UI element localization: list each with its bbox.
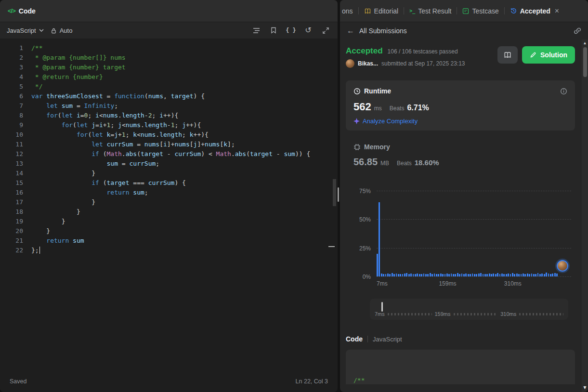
status-badge: Accepted: [346, 46, 383, 56]
editor-statusbar: Saved Ln 22, Col 3: [0, 371, 338, 392]
chart-bars[interactable]: [377, 191, 571, 276]
back-arrow-icon[interactable]: ←: [347, 26, 354, 35]
scrollbar-down-arrow[interactable]: ▼: [582, 385, 588, 391]
runtime-unit: ms: [374, 105, 382, 112]
results-scrollbar[interactable]: ▲ ▼: [582, 39, 588, 392]
editor-gutter: 12345678910111213141516171819202122: [0, 43, 23, 255]
tab-separator: [504, 7, 505, 14]
y-axis-tick: 75%: [349, 188, 371, 195]
chart-x-axis: 7ms 159ms 310ms: [377, 280, 571, 288]
editor-toolbar: JavaScript Auto { } ↺: [0, 22, 338, 39]
clock-icon: [353, 88, 361, 95]
runtime-distribution-chart: 75% 50% 25% 0% 7ms 159ms 310ms: [346, 191, 575, 288]
slider-dashes: [519, 313, 563, 315]
tab-testcase[interactable]: Testcase: [462, 7, 498, 15]
tab-separator: [358, 7, 359, 14]
auto-label: Auto: [60, 27, 73, 34]
runtime-title: Runtime: [364, 87, 391, 95]
cursor-position[interactable]: Ln 22, Col 3: [296, 378, 328, 385]
slider-label: 159ms: [435, 311, 451, 317]
panel-resize-handle[interactable]: [338, 187, 339, 202]
slider-dashes: [388, 313, 432, 315]
share-link-icon[interactable]: [574, 27, 581, 35]
memory-beats-value: 18.60%: [415, 158, 439, 167]
auto-format-toggle[interactable]: Auto: [51, 27, 73, 34]
open-book-icon: [503, 51, 512, 59]
scrollbar-up-arrow[interactable]: ▲: [582, 40, 588, 46]
braces-icon[interactable]: { }: [286, 25, 296, 36]
editor-tab-label: Code: [19, 7, 36, 15]
solutions-book-button[interactable]: [497, 46, 518, 64]
tab-label: Testcase: [472, 7, 498, 15]
submitted-timestamp: submitted at Sep 17, 2025 23:13: [381, 60, 465, 67]
tab-editorial[interactable]: Editorial: [364, 7, 399, 15]
memory-beats-label: Beats: [397, 160, 412, 167]
x-axis-tick: 159ms: [439, 280, 456, 287]
reset-code-icon[interactable]: ↺: [303, 25, 314, 36]
user-avatar[interactable]: [346, 59, 354, 68]
editor-code[interactable]: /** * @param {number[]} nums * @param {n…: [31, 43, 331, 255]
submissions-subnav: ← All Submissions: [340, 22, 588, 39]
submission-result-panel: ons Editorial >_ Test Result Testcase Ac…: [340, 0, 588, 392]
tab-separator: [404, 7, 404, 14]
user-name[interactable]: Bikas...: [358, 60, 378, 67]
scrollbar-thumb[interactable]: [583, 47, 587, 77]
bookmark-icon[interactable]: [268, 25, 279, 36]
book-icon: [364, 8, 371, 14]
runtime-card[interactable]: Runtime 562 ms Beats 6.71% Analyze Compl…: [346, 80, 575, 131]
info-icon[interactable]: [560, 88, 567, 95]
tab-label: Test Result: [418, 7, 451, 15]
tab-separator: [457, 7, 457, 14]
editor-tab-bar: </> Code: [0, 0, 338, 22]
memory-title: Memory: [364, 143, 390, 151]
history-clock-icon: [510, 7, 517, 14]
editor-vertical-scrollbar[interactable]: [333, 179, 336, 206]
format-code-icon[interactable]: [251, 25, 261, 36]
tab-label: Accepted: [520, 7, 550, 15]
language-label: JavaScript: [7, 27, 36, 34]
chevron-down-icon: [39, 29, 44, 32]
runtime-beats-value: 6.71%: [407, 104, 429, 112]
solution-button-label: Solution: [540, 51, 567, 59]
terminal-icon: >_: [409, 8, 415, 13]
code-preview-lines: /** * @param {number[]} nums: [353, 376, 567, 384]
user-runtime-marker[interactable]: [557, 260, 568, 272]
runtime-beats-label: Beats: [390, 105, 405, 112]
close-icon[interactable]: ×: [555, 7, 559, 15]
all-submissions-link[interactable]: All Submissions: [359, 27, 407, 35]
save-status: Saved: [10, 378, 26, 385]
language-selector[interactable]: JavaScript: [7, 27, 44, 34]
expand-icon[interactable]: [320, 25, 331, 36]
memory-chip-icon: [353, 144, 361, 151]
runtime-range-slider[interactable]: 7ms 159ms 310ms: [370, 299, 568, 320]
lock-icon: [51, 27, 57, 34]
analyze-complexity-label: Analyze Complexity: [363, 118, 418, 125]
results-content: Accepted 106 / 106 testcases passed Bika…: [340, 39, 588, 384]
slider-label: 7ms: [375, 311, 385, 317]
sparkle-icon: [353, 118, 360, 124]
memory-unit: MB: [380, 160, 389, 167]
y-axis-tick: 0%: [349, 274, 371, 280]
solution-button[interactable]: Solution: [522, 46, 575, 64]
slider-label: 310ms: [500, 311, 516, 317]
chart-gridline: 0%: [377, 276, 571, 277]
slider-dashes: [454, 313, 498, 315]
tab-test-result[interactable]: >_ Test Result: [409, 7, 451, 15]
tab-label: Editorial: [374, 7, 399, 15]
code-editor[interactable]: 12345678910111213141516171819202122 /** …: [0, 39, 338, 371]
y-axis-tick: 25%: [349, 245, 371, 252]
submitted-code-preview[interactable]: /** * @param {number[]} nums: [346, 350, 575, 384]
analyze-complexity-link[interactable]: Analyze Complexity: [353, 118, 567, 125]
edit-pencil-icon: [530, 52, 536, 58]
result-header: Accepted 106 / 106 testcases passed Bika…: [346, 46, 575, 68]
tab-accepted[interactable]: Accepted: [510, 7, 550, 15]
y-axis-tick: 50%: [349, 216, 371, 223]
slider-handle[interactable]: [381, 302, 383, 312]
tab-code[interactable]: </> Code: [8, 7, 36, 15]
memory-card[interactable]: Memory 56.85 MB Beats 18.60%: [346, 142, 575, 169]
checklist-icon: [462, 8, 469, 14]
section-separator: [367, 336, 368, 342]
x-axis-tick: 310ms: [504, 280, 522, 287]
tab-submissions-clipped[interactable]: ons: [342, 7, 353, 15]
overview-ruler-cursor-mark: [328, 246, 335, 247]
